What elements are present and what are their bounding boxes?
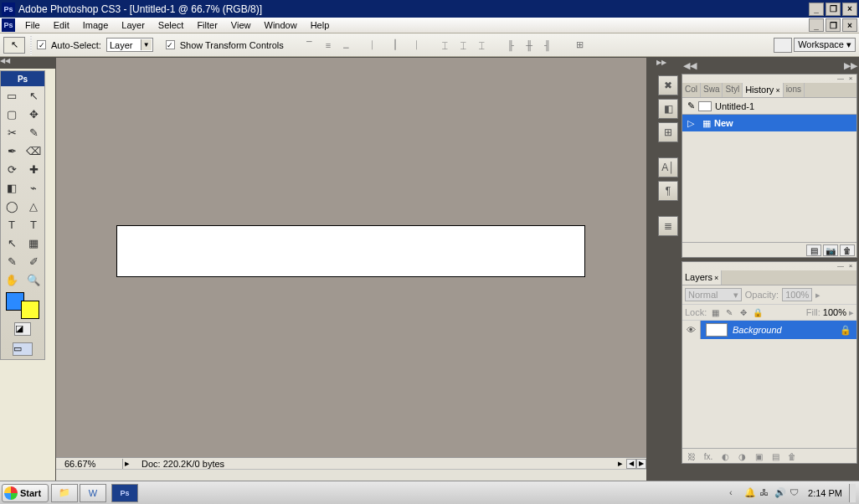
doc-minimize-button[interactable]: _ — [809, 18, 824, 32]
panel-minimize-icon[interactable]: — — [836, 262, 845, 270]
crop-tool[interactable]: ✂ — [1, 123, 23, 141]
doc-size-label[interactable]: Doc: 220.2K/0 bytes — [131, 459, 618, 469]
visibility-eye-icon[interactable]: 👁 — [682, 321, 701, 339]
dist-hcenter-icon[interactable]: ╫ — [521, 37, 538, 54]
historybrush-tool[interactable]: ✚ — [23, 160, 44, 178]
scroll-left-button[interactable]: ◀ — [626, 459, 636, 469]
show-desktop-button[interactable] — [849, 484, 856, 502]
opacity-field[interactable]: 100% — [782, 288, 812, 301]
layer-row[interactable]: 👁 Background 🔒 — [682, 321, 856, 339]
dock-collapse-left-icon[interactable]: ◀◀ — [683, 60, 697, 70]
tab-swatches[interactable]: Swa — [701, 83, 723, 97]
horizontal-scrollbar[interactable] — [56, 469, 646, 481]
window-minimize-button[interactable]: _ — [809, 3, 824, 16]
menu-view[interactable]: View — [224, 18, 258, 32]
dist-right-icon[interactable]: ╢ — [539, 37, 556, 54]
background-color-swatch[interactable] — [21, 301, 39, 319]
workspace-dropdown[interactable]: Workspace ▾ — [794, 38, 856, 52]
delete-layer-icon[interactable]: 🗑 — [784, 450, 800, 462]
doc-restore-button[interactable]: ❐ — [826, 18, 841, 32]
align-vcenter-icon[interactable]: ≡ — [320, 37, 337, 54]
close-icon[interactable]: × — [714, 274, 718, 282]
blend-mode-dropdown[interactable]: Normal ▾ — [685, 288, 742, 301]
new-layer-icon[interactable]: ▤ — [768, 450, 783, 462]
shape-tool[interactable]: ▦ — [23, 234, 44, 252]
pathselect-tool[interactable]: ↖ — [1, 234, 23, 252]
adjustment-layer-icon[interactable]: ◑ — [734, 450, 749, 462]
swatches-panel-icon[interactable]: ⊞ — [658, 122, 678, 142]
status-menu-icon[interactable]: ▸ — [618, 458, 626, 469]
panel-minimize-icon[interactable]: — — [836, 75, 845, 82]
link-layers-icon[interactable]: ⛓ — [684, 450, 699, 462]
menu-select[interactable]: Select — [152, 18, 191, 32]
blur-tool[interactable]: ◯ — [1, 197, 23, 215]
lasso-tool[interactable]: ▢ — [1, 105, 23, 123]
menu-edit[interactable]: Edit — [47, 18, 76, 32]
status-arrow-icon[interactable]: ▸ — [123, 458, 131, 469]
eraser-tool[interactable]: ◧ — [1, 178, 23, 197]
start-button[interactable]: Start — [2, 484, 49, 502]
tray-volume-icon[interactable]: 🔊 — [774, 487, 786, 499]
dock-toggle-left-icon[interactable]: ◀◀ — [0, 57, 10, 67]
type-tool[interactable]: T — [23, 215, 44, 234]
zoom-tool[interactable]: 🔍 — [23, 270, 44, 289]
marquee-tool[interactable]: ▭ — [1, 86, 23, 105]
tray-alert-icon[interactable]: 🔔 — [744, 487, 756, 499]
lock-pixels-icon[interactable]: ✎ — [723, 306, 735, 318]
tab-color[interactable]: Col — [682, 83, 701, 97]
auto-align-icon[interactable]: ⊞ — [571, 37, 588, 54]
tab-layers[interactable]: Layers× — [682, 270, 722, 285]
menu-layer[interactable]: Layer — [115, 18, 152, 32]
eyedropper-tool[interactable]: ✐ — [23, 252, 44, 270]
transform-checkbox[interactable]: ✓ — [166, 40, 175, 49]
navigator-panel-icon[interactable]: ✖ — [658, 75, 678, 95]
dodge-tool[interactable]: △ — [23, 197, 44, 215]
taskbar-clock[interactable]: 2:14 PM — [805, 488, 846, 498]
new-snapshot-icon[interactable]: 📷 — [823, 244, 838, 256]
zoom-level[interactable]: 66.67% — [56, 459, 123, 469]
dock-toggle-icon[interactable]: ▶▶ — [656, 59, 666, 66]
vertical-scrollbar[interactable] — [646, 58, 655, 481]
document-canvas[interactable] — [116, 225, 585, 277]
notes-tool[interactable]: ✎ — [1, 252, 23, 270]
move-tool[interactable]: ↖ — [23, 86, 44, 105]
character-panel-icon[interactable]: A│ — [658, 157, 678, 177]
opacity-slider-icon[interactable]: ▸ — [815, 290, 820, 301]
quick-mask-button[interactable]: ◪ — [14, 322, 31, 336]
dock-expand-right-icon[interactable]: ▶▶ — [844, 60, 857, 70]
menu-filter[interactable]: Filter — [190, 18, 224, 32]
move-tool-icon[interactable]: ↖ — [3, 37, 25, 54]
menu-image[interactable]: Image — [76, 18, 116, 32]
fill-slider-icon[interactable]: ▸ — [849, 307, 854, 318]
lock-position-icon[interactable]: ✥ — [738, 306, 749, 318]
fill-field[interactable]: 100% — [823, 307, 846, 317]
layer-style-icon[interactable]: fx. — [701, 450, 716, 462]
align-hcenter-icon[interactable]: ⎟ — [386, 37, 403, 54]
lock-transparency-icon[interactable]: ▦ — [709, 306, 721, 318]
panel-close-icon[interactable]: × — [846, 75, 855, 82]
menu-file[interactable]: File — [18, 18, 47, 32]
align-bottom-edges-icon[interactable]: ⎽ — [338, 37, 355, 54]
menu-window[interactable]: Window — [258, 18, 304, 32]
create-document-icon[interactable]: ▤ — [806, 244, 821, 256]
autoselect-dropdown[interactable]: Layer ▼ — [106, 38, 153, 52]
toolbox-header[interactable]: Ps — [1, 71, 44, 86]
layer-mask-icon[interactable]: ◐ — [718, 450, 733, 462]
healingbrush-tool[interactable]: ✒ — [1, 141, 23, 160]
tray-shield-icon[interactable]: 🛡 — [790, 487, 801, 499]
new-group-icon[interactable]: ▣ — [751, 450, 766, 462]
scroll-right-button[interactable]: ▶ — [636, 459, 646, 469]
align-right-edges-icon[interactable]: ⎹ — [404, 37, 421, 54]
close-icon[interactable]: × — [775, 86, 779, 95]
window-restore-button[interactable]: ❐ — [826, 3, 841, 16]
align-top-edges-icon[interactable]: ⎺ — [301, 37, 318, 54]
slice-tool[interactable]: ✎ — [23, 123, 44, 141]
history-snapshot-row[interactable]: ✎ Untitled-1 — [682, 98, 856, 115]
layers-panel-icon[interactable]: ≣ — [658, 216, 678, 236]
quickselect-tool[interactable]: ✥ — [23, 105, 44, 123]
menu-help[interactable]: Help — [304, 18, 337, 32]
tray-arrow-icon[interactable]: ‹ — [729, 487, 741, 499]
tab-actions[interactable]: ions — [784, 83, 805, 97]
brush-tool[interactable]: ⌫ — [23, 141, 44, 160]
dist-vcenter-icon[interactable]: ⌶ — [455, 37, 471, 54]
